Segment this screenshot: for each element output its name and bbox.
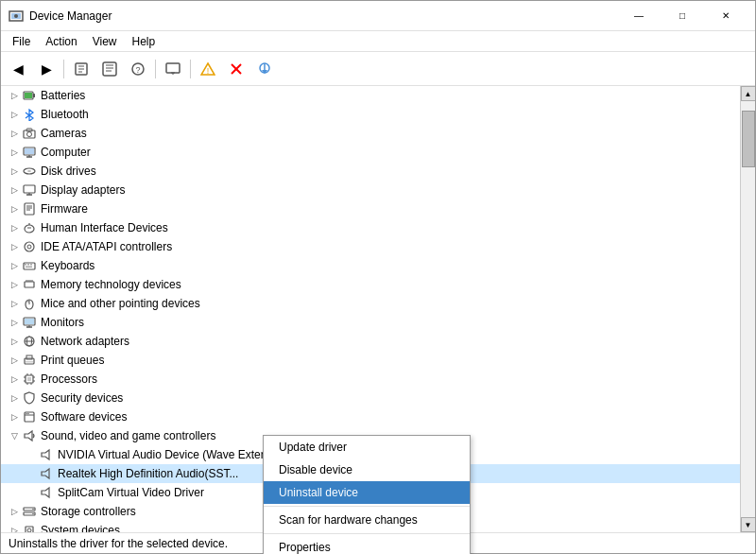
tree-item-software[interactable]: ▷ Software devices bbox=[1, 407, 740, 426]
tree-item-bluetooth[interactable]: ▷ Bluetooth bbox=[1, 105, 740, 124]
svg-rect-7 bbox=[103, 62, 116, 76]
toggle-batteries[interactable]: ▷ bbox=[9, 90, 20, 101]
toggle-system-devices[interactable]: ▷ bbox=[9, 525, 20, 532]
display-button[interactable] bbox=[160, 56, 186, 82]
warning-button[interactable]: ! bbox=[195, 56, 221, 82]
label-cameras: Cameras bbox=[41, 127, 87, 140]
tree-item-processors[interactable]: ▷ Processors bbox=[1, 370, 740, 389]
icon-monitors bbox=[22, 315, 37, 330]
label-storage: Storage controllers bbox=[41, 505, 136, 518]
icon-batteries bbox=[22, 88, 37, 103]
label-memory: Memory technology devices bbox=[41, 278, 181, 291]
label-batteries: Batteries bbox=[41, 89, 85, 102]
icon-software bbox=[22, 409, 37, 424]
svg-rect-52 bbox=[26, 267, 32, 268]
svg-point-2 bbox=[14, 14, 18, 18]
scroll-down-button[interactable]: ▼ bbox=[741, 517, 756, 532]
label-processors: Processors bbox=[41, 372, 97, 386]
svg-point-83 bbox=[26, 413, 26, 414]
svg-marker-85 bbox=[25, 431, 32, 441]
svg-rect-72 bbox=[27, 377, 31, 381]
toggle-keyboards[interactable]: ▷ bbox=[9, 260, 20, 271]
window-icon bbox=[9, 9, 24, 24]
toggle-disk-drives[interactable]: ▷ bbox=[9, 165, 20, 177]
tree-item-security[interactable]: ▷ Security devices bbox=[1, 389, 740, 407]
toggle-mice[interactable]: ▷ bbox=[9, 298, 20, 309]
label-security: Security devices bbox=[41, 391, 123, 405]
svg-marker-87 bbox=[42, 469, 49, 478]
tree-item-computer[interactable]: ▷ Computer bbox=[1, 143, 740, 162]
menu-file[interactable]: File bbox=[5, 33, 38, 50]
scrollbar[interactable]: ▲ ▼ bbox=[740, 86, 755, 532]
toggle-print[interactable]: ▷ bbox=[9, 355, 20, 366]
remove-button[interactable] bbox=[223, 56, 249, 82]
toggle-ide[interactable]: ▷ bbox=[9, 241, 20, 252]
context-separator-2 bbox=[264, 533, 470, 534]
tree-item-display-adapters[interactable]: ▷ Display adapters bbox=[1, 181, 740, 199]
icon-security bbox=[22, 390, 37, 406]
label-software: Software devices bbox=[41, 410, 127, 424]
toggle-network[interactable]: ▷ bbox=[9, 336, 20, 347]
tree-item-firmware[interactable]: ▷ Firmware bbox=[1, 199, 740, 218]
tree-item-network[interactable]: ▷ Network adapters bbox=[1, 332, 740, 351]
device-manager-window: Device Manager — □ ✕ File Action View He… bbox=[0, 0, 756, 554]
icon-nvidia bbox=[39, 447, 54, 462]
maximize-button[interactable]: □ bbox=[661, 1, 704, 31]
menu-action[interactable]: Action bbox=[38, 33, 84, 50]
download-button[interactable] bbox=[251, 56, 278, 82]
svg-rect-51 bbox=[30, 264, 32, 266]
tree-item-mice[interactable]: ▷ Mice and other pointing devices bbox=[1, 294, 740, 313]
tree-item-keyboards[interactable]: ▷ Keyboards bbox=[1, 256, 740, 275]
toggle-monitors[interactable]: ▷ bbox=[9, 317, 20, 328]
svg-marker-88 bbox=[42, 488, 49, 497]
toggle-computer[interactable]: ▷ bbox=[9, 147, 20, 158]
context-update-driver[interactable]: Update driver bbox=[264, 436, 470, 459]
label-disk-drives: Disk drives bbox=[41, 164, 96, 178]
icon-memory bbox=[22, 277, 37, 292]
context-properties[interactable]: Properties bbox=[264, 536, 470, 554]
toggle-software[interactable]: ▷ bbox=[9, 411, 20, 423]
toggle-security[interactable]: ▷ bbox=[9, 392, 20, 404]
tree-item-memory[interactable]: ▷ Memory technology devices bbox=[1, 275, 740, 294]
tree-item-monitors[interactable]: ▷ Monitors bbox=[1, 313, 740, 332]
tree-item-ide[interactable]: ▷ IDE ATA/ATAPI controllers bbox=[1, 237, 740, 256]
close-button[interactable]: ✕ bbox=[704, 1, 747, 31]
menu-view[interactable]: View bbox=[85, 33, 125, 50]
label-network: Network adapters bbox=[41, 335, 129, 348]
scan-button[interactable] bbox=[96, 56, 123, 82]
menu-help[interactable]: Help bbox=[125, 33, 163, 50]
properties-button[interactable] bbox=[68, 56, 94, 82]
menu-bar: File Action View Help bbox=[1, 31, 755, 52]
separator-1 bbox=[63, 60, 64, 78]
tree-item-hid[interactable]: ▷ Human Interface Devices bbox=[1, 218, 740, 237]
context-disable-device[interactable]: Disable device bbox=[264, 459, 470, 481]
toggle-storage[interactable]: ▷ bbox=[9, 506, 20, 517]
toggle-bluetooth[interactable]: ▷ bbox=[9, 109, 20, 120]
scroll-thumb[interactable] bbox=[742, 111, 755, 167]
status-text: Uninstalls the driver for the selected d… bbox=[9, 537, 228, 550]
icon-print bbox=[22, 353, 37, 368]
tree-item-cameras[interactable]: ▷ Cameras bbox=[1, 124, 740, 143]
scroll-track[interactable] bbox=[741, 101, 755, 517]
context-scan-hardware[interactable]: Scan for hardware changes bbox=[264, 509, 470, 531]
tree-item-disk-drives[interactable]: ▷ Disk drives bbox=[1, 162, 740, 181]
toggle-firmware[interactable]: ▷ bbox=[9, 203, 20, 215]
label-sound: Sound, video and game controllers bbox=[41, 429, 215, 442]
context-uninstall-device[interactable]: Uninstall device bbox=[264, 481, 470, 504]
label-bluetooth: Bluetooth bbox=[41, 108, 89, 121]
toggle-processors[interactable]: ▷ bbox=[9, 373, 20, 385]
help-button[interactable]: ? bbox=[125, 56, 151, 82]
tree-item-print[interactable]: ▷ Print queues bbox=[1, 351, 740, 370]
toggle-sound[interactable]: ▽ bbox=[9, 430, 20, 441]
tree-item-batteries[interactable]: ▷ Batteries bbox=[1, 86, 740, 105]
back-button[interactable]: ◀ bbox=[5, 56, 31, 82]
toggle-cameras[interactable]: ▷ bbox=[9, 128, 20, 139]
forward-button[interactable]: ▶ bbox=[33, 56, 60, 82]
toggle-hid[interactable]: ▷ bbox=[9, 222, 20, 234]
label-hid: Human Interface Devices bbox=[41, 221, 168, 234]
minimize-button[interactable]: — bbox=[617, 1, 661, 31]
toggle-display-adapters[interactable]: ▷ bbox=[9, 184, 20, 196]
icon-network bbox=[22, 334, 37, 349]
toggle-memory[interactable]: ▷ bbox=[9, 279, 20, 290]
scroll-up-button[interactable]: ▲ bbox=[741, 86, 756, 101]
